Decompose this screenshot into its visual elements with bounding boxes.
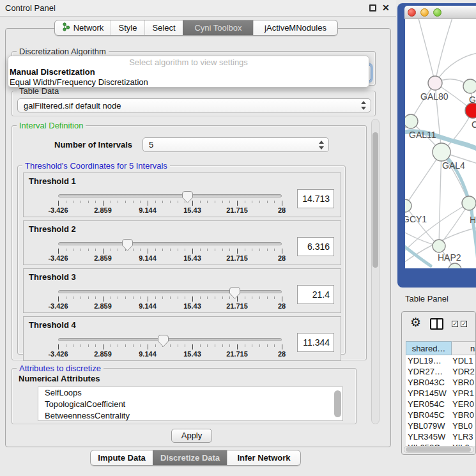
tab-network[interactable]: Network <box>55 20 111 35</box>
close-icon[interactable]: ✕ <box>382 3 390 13</box>
group-title: Attributes to discretize <box>17 364 104 373</box>
tick-label: 21.715 <box>218 350 256 358</box>
table-row[interactable]: YBL079WYBL0 <box>406 420 476 431</box>
control-panel-tabbar: Network Style Select Cyni Toolbox jActiv… <box>54 20 338 36</box>
list-item[interactable]: BetweennessCentrality <box>38 410 342 421</box>
slider-track[interactable] <box>58 338 282 341</box>
table-horizontal-scrollbar-thumb[interactable] <box>406 447 471 452</box>
panel-scrollbar[interactable] <box>371 119 380 424</box>
tick-label: 9.144 <box>128 350 167 358</box>
tab-impute-data[interactable]: Impute Data <box>91 450 153 465</box>
network-icon <box>62 22 70 33</box>
table-data-combobox[interactable]: galFiltered.sif default node <box>17 98 371 112</box>
tab-cyni-toolbox[interactable]: Cyni Toolbox <box>183 20 253 35</box>
tick-label: 15.43 <box>173 254 211 262</box>
table-row[interactable]: YDR27…YDR2 <box>406 366 476 377</box>
tick-label: 9.144 <box>128 302 167 310</box>
dropdown-option-equal-width[interactable]: Equal Width/Frequency Discretization <box>10 77 148 87</box>
tab-style[interactable]: Style <box>111 20 144 35</box>
tab-discretize-data[interactable]: Discretize Data <box>153 450 227 465</box>
node-gcy1[interactable] <box>405 199 411 212</box>
gear-icon[interactable]: ⚙ <box>410 315 421 330</box>
tick-label: 2.859 <box>84 302 122 310</box>
float-icon[interactable] <box>369 4 376 12</box>
tick-label: 28 <box>263 302 301 310</box>
slider-thumb[interactable] <box>121 238 134 252</box>
node-label: GAL80 <box>420 91 449 102</box>
list-item[interactable]: SelfLoops <box>38 387 342 399</box>
close-traffic-light-icon[interactable] <box>408 8 416 17</box>
slider-thumb[interactable] <box>181 190 194 204</box>
zoom-traffic-light-icon[interactable] <box>433 8 441 17</box>
apply-button[interactable]: Apply <box>171 429 212 443</box>
slider-track[interactable] <box>58 290 282 293</box>
table-horizontal-scrollbar[interactable] <box>404 446 474 453</box>
interval-definition-group: Interval Definition Number of Intervals … <box>12 125 367 360</box>
tick-label: 15.43 <box>173 206 211 214</box>
network-window-titlebar <box>404 6 476 19</box>
tab-jactivemnodules[interactable]: jActiveMNodules <box>253 20 337 35</box>
threshold-2-panel: Threshold 2 -3.426 2.859 9.144 15.43 21.… <box>23 220 341 265</box>
tick-label: 15.43 <box>173 302 211 310</box>
slider-track[interactable] <box>58 194 282 197</box>
column-header-name[interactable]: na <box>452 341 476 355</box>
node-gal11[interactable] <box>405 114 418 128</box>
network-canvas[interactable]: GAL80 GA C GAL11 GAL4 GCY1 H HAP2 <box>405 19 476 268</box>
slider-major-ticks <box>58 201 283 206</box>
minimize-traffic-light-icon[interactable] <box>420 8 429 17</box>
slider-major-ticks <box>58 296 283 302</box>
node-label: GA <box>469 95 476 105</box>
network-view-window[interactable]: GAL80 GA C GAL11 GAL4 GCY1 H HAP2 <box>397 3 476 288</box>
slider-thumb[interactable] <box>229 286 241 300</box>
table-row[interactable]: YLR345WYLR3 <box>406 431 476 442</box>
threshold-value-field[interactable]: 6.316 <box>297 237 334 256</box>
numerical-attributes-list[interactable]: SelfLoops TopologicalCoefficient Between… <box>38 387 343 421</box>
tick-label: 28 <box>263 350 301 358</box>
control-panel-titlebar: Control Panel ✕ <box>0 0 396 17</box>
slider-thumb[interactable] <box>157 334 169 348</box>
number-of-intervals-label: Number of Intervals <box>54 140 132 150</box>
column-header-shared-name[interactable]: shared… <box>406 341 452 355</box>
tab-select[interactable]: Select <box>144 20 183 35</box>
table-row[interactable]: YPR145WYPR1 <box>406 388 476 399</box>
table-row[interactable]: YER054CYER0 <box>406 399 476 410</box>
panel-scrollbar-thumb[interactable] <box>372 132 378 268</box>
table-panel-title: Table Panel <box>405 294 449 303</box>
number-of-intervals-combobox[interactable]: 5 <box>142 137 329 152</box>
checkbox-icon[interactable]: ✓ <box>461 321 467 327</box>
numerical-attributes-label: Numerical Attributes <box>19 374 100 383</box>
node-gal4[interactable] <box>433 143 450 161</box>
tick-label: 28 <box>263 206 301 214</box>
panel-title: Control Panel <box>5 3 56 13</box>
table-row[interactable]: YBR043CYBR0 <box>406 377 476 388</box>
cyni-mode-tabbar: Impute Data Discretize Data Infer Networ… <box>90 450 301 466</box>
node-label: HAP2 <box>438 252 461 263</box>
group-title: Table Data <box>17 86 61 96</box>
node-table-body[interactable]: YDL19…YDL1 YDR27…YDR2 YBR043CYBR0 YPR145… <box>406 355 476 446</box>
tick-label: 21.715 <box>218 254 256 262</box>
node-clipped-right-top[interactable] <box>463 79 476 93</box>
threshold-label: Threshold 2 <box>29 224 76 234</box>
dropdown-option-manual[interactable]: Manual Discretization <box>10 67 95 77</box>
tick-label: 28 <box>263 254 301 262</box>
node-red-selected[interactable] <box>465 103 476 118</box>
algorithm-dropdown-popup: Select algorithm to view settings Manual… <box>8 56 369 88</box>
table-panel: ⚙ ✓ ✓ shared… na YDL19…YDL1 YDR27…YDR2 Y… <box>401 311 476 455</box>
threshold-value-field[interactable]: 14.713 <box>297 189 334 208</box>
slider-track[interactable] <box>58 242 282 245</box>
list-scrollbar[interactable] <box>334 390 341 417</box>
node-clipped-right-mid[interactable] <box>462 196 476 210</box>
table-row[interactable]: YBR045CYBR0 <box>406 410 476 420</box>
list-item[interactable]: TopologicalCoefficient <box>38 399 342 410</box>
node-hap2[interactable] <box>433 240 445 252</box>
table-row[interactable]: YDL19…YDL1 <box>406 355 476 366</box>
tab-infer-network[interactable]: Infer Network <box>227 450 300 465</box>
threshold-value-field[interactable]: 11.344 <box>297 333 334 352</box>
node-clipped-bottom[interactable] <box>449 263 461 268</box>
node-gal80[interactable] <box>428 76 442 90</box>
slider-major-ticks <box>58 249 283 254</box>
node-label: GAL4 <box>442 160 465 171</box>
split-columns-icon[interactable] <box>430 318 443 330</box>
threshold-value-field[interactable]: 21.4 <box>297 285 334 304</box>
checkbox-icon[interactable]: ✓ <box>452 321 458 327</box>
